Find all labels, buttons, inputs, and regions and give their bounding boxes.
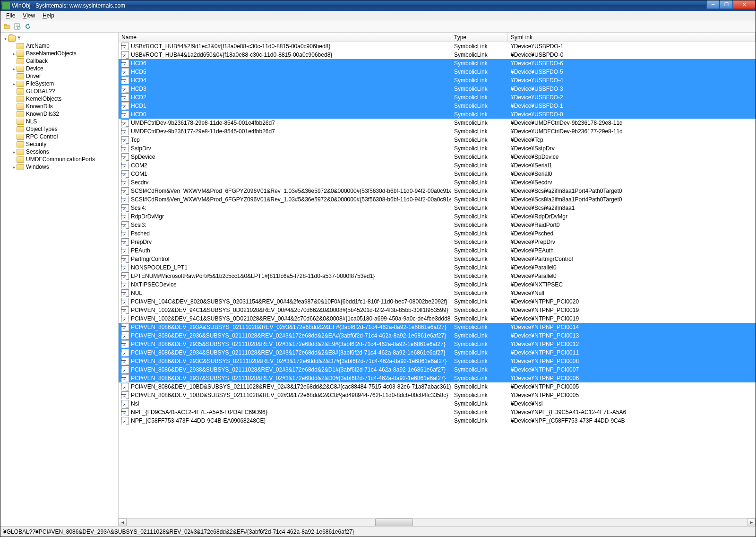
list-row[interactable]: SpDeviceSymbolicLink¥Device¥SpDevice (119, 153, 756, 161)
list-row[interactable]: NPF_{C58FF753-473F-44DD-9C4B-EA09068248C… (119, 416, 756, 425)
tree-item[interactable]: ▸Windows (0, 163, 118, 171)
list-row[interactable]: NPF_{FD9C5A41-AC12-4F7E-A5A6-F043AFC69D9… (119, 408, 756, 416)
tree-item[interactable]: ▸FileSystem (0, 80, 118, 87)
expand-icon[interactable]: ▸ (11, 81, 17, 87)
toolbar-open-icon[interactable] (2, 22, 12, 31)
tree-item[interactable]: Driver (0, 72, 118, 80)
list-row[interactable]: PCI#VEN_8086&DEV_293C&SUBSYS_02111028&RE… (119, 357, 756, 365)
list-row[interactable]: USB#ROOT_HUB#4&1a2dd650&0#{f18a0e88-c30c… (119, 51, 756, 59)
maximize-button[interactable]: ❐ (720, 0, 733, 9)
list-row[interactable]: PCI#VEN_8086&DEV_2936&SUBSYS_02111028&RE… (119, 331, 756, 340)
list-row[interactable]: PCI#VEN_8086&DEV_2934&SUBSYS_02111028&RE… (119, 348, 756, 357)
list-row[interactable]: SstpDrvSymbolicLink¥Device¥SstpDrv (119, 144, 756, 153)
scroll-right-icon[interactable]: ► (747, 519, 756, 527)
list-row[interactable]: UMDFCtrlDev-9b236177-29e8-11de-8545-001e… (119, 127, 756, 136)
list-row[interactable]: Scsi3:SymbolicLink¥Device¥RaidPort0 (119, 221, 756, 229)
list-row[interactable]: NsiSymbolicLink¥Device¥Nsi (119, 399, 756, 408)
tree-item[interactable]: Callback (0, 57, 118, 65)
list-row[interactable]: PCI#VEN_8086&DEV_10BD&SUBSYS_02111028&RE… (119, 391, 756, 399)
expand-icon[interactable]: ▸ (11, 51, 17, 56)
list-row[interactable]: NXTIPSECDeviceSymbolicLink¥Device¥NXTIPS… (119, 280, 756, 289)
row-name: Secdrv (131, 179, 148, 186)
tree-item[interactable]: KernelObjects (0, 95, 118, 103)
row-name: COM1 (131, 171, 147, 177)
list-row[interactable]: HCD4SymbolicLink¥Device¥USBFDO-4 (119, 76, 756, 85)
tree-item[interactable]: NLS (0, 118, 118, 125)
column-type[interactable]: Type (451, 33, 508, 42)
list-row[interactable]: SCSI#CdRom&Ven_WXWVM&Prod_6FGPYZ096V01&R… (119, 195, 756, 204)
tree-root[interactable]: ▾ ¥ (0, 35, 118, 42)
list-row[interactable]: PCI#VEN_1002&DEV_94C1&SUBSYS_0D021028&RE… (119, 314, 756, 323)
expand-icon[interactable]: ▸ (11, 165, 17, 170)
row-name: PCI#VEN_104C&DEV_8020&SUBSYS_02031154&RE… (131, 298, 447, 305)
list-row[interactable]: PCI#VEN_104C&DEV_8020&SUBSYS_02031154&RE… (119, 297, 756, 306)
list-row[interactable]: PCI#VEN_8086&DEV_2935&SUBSYS_02111028&RE… (119, 340, 756, 348)
menu-help[interactable]: Help (39, 11, 58, 20)
list-row[interactable]: HCD1SymbolicLink¥Device¥USBFDO-1 (119, 102, 756, 110)
horizontal-scrollbar[interactable]: ◄ ► (119, 518, 756, 526)
list-row[interactable]: HCD6SymbolicLink¥Device¥USBFDO-6 (119, 59, 756, 68)
list-row[interactable]: HCD5SymbolicLink¥Device¥USBFDO-5 (119, 68, 756, 76)
list-row[interactable]: HCD3SymbolicLink¥Device¥USBFDO-3 (119, 85, 756, 93)
list-row[interactable]: NONSPOOLED_LPT1SymbolicLink¥Device¥Paral… (119, 263, 756, 272)
tree-item-label: KnownDlls32 (26, 111, 59, 117)
list-row[interactable]: PCI#VEN_8086&DEV_2938&SUBSYS_02111028&RE… (119, 365, 756, 374)
minimize-button[interactable]: ━ (706, 0, 720, 9)
list-row[interactable]: SCSI#CdRom&Ven_WXWVM&Prod_6FGPYZ096V01&R… (119, 187, 756, 195)
scroll-left-icon[interactable]: ◄ (119, 519, 127, 527)
toolbar-refresh-icon[interactable] (23, 22, 33, 31)
titlebar[interactable]: WinObj - Sysinternals: www.sysinternals.… (0, 0, 756, 11)
menu-view[interactable]: View (19, 11, 39, 20)
list-row[interactable]: COM2SymbolicLink¥Device¥Serial1 (119, 161, 756, 170)
list-row[interactable]: COM1SymbolicLink¥Device¥Serial0 (119, 170, 756, 178)
tree-item[interactable]: ▸Device (0, 65, 118, 72)
list-row[interactable]: PrepDrvSymbolicLink¥Device¥PrepDrv (119, 238, 756, 246)
tree-item[interactable]: KnownDlls (0, 103, 118, 110)
tree-item[interactable]: ObjectTypes (0, 125, 118, 133)
collapse-icon[interactable]: ▾ (2, 36, 8, 41)
tree-item[interactable]: RPC Control (0, 133, 118, 140)
tree-item[interactable]: KnownDlls32 (0, 110, 118, 118)
list-row[interactable]: SecdrvSymbolicLink¥Device¥Secdrv (119, 178, 756, 187)
list-row[interactable]: HCD2SymbolicLink¥Device¥USBFDO-2 (119, 93, 756, 102)
list-row[interactable]: PCI#VEN_8086&DEV_2937&SUBSYS_02111028&RE… (119, 374, 756, 382)
tree-item[interactable]: ▸Sessions (0, 148, 118, 156)
tree-item[interactable]: ▸BaseNamedObjects (0, 50, 118, 57)
list-row[interactable]: PEAuthSymbolicLink¥Device¥PEAuth (119, 246, 756, 255)
expand-icon[interactable]: ▸ (11, 149, 17, 155)
tree-item[interactable]: Security (0, 140, 118, 148)
row-symlink: ¥Device¥NTPNP_PCI0014 (508, 324, 756, 330)
scroll-thumb[interactable] (375, 519, 413, 527)
list-row[interactable]: PCI#VEN_1002&DEV_94C1&SUBSYS_0D021028&RE… (119, 306, 756, 314)
list-row[interactable]: RdpDrDvMgrSymbolicLink¥Device¥RdpDrDvMgr (119, 212, 756, 221)
row-symlink: ¥Device¥Parallel0 (508, 273, 756, 279)
row-type: SymbolicLink (451, 60, 508, 67)
list-row[interactable]: HCD0SymbolicLink¥Device¥USBFDO-0 (119, 110, 756, 119)
list-row[interactable]: PCI#VEN_8086&DEV_293A&SUBSYS_02111028&RE… (119, 323, 756, 331)
close-button[interactable]: ✕ (733, 0, 756, 9)
list-row[interactable]: PartmgrControlSymbolicLink¥Device¥Partmg… (119, 255, 756, 263)
column-name[interactable]: Name (119, 33, 451, 42)
tree-item[interactable]: UMDFCommunicationPorts (0, 156, 118, 163)
list-row[interactable]: USB#ROOT_HUB#4&2f9d1ec3&0#{f18a0e88-c30c… (119, 42, 756, 51)
list-row[interactable]: UMDFCtrlDev-9b236178-29e8-11de-8545-001e… (119, 119, 756, 127)
row-name: USB#ROOT_HUB#4&2f9d1ec3&0#{f18a0e88-c30c… (131, 43, 330, 50)
list-row[interactable]: PCI#VEN_8086&DEV_10BD&SUBSYS_02111028&RE… (119, 382, 756, 391)
list-body[interactable]: USB#ROOT_HUB#4&2f9d1ec3&0#{f18a0e88-c30c… (119, 42, 756, 518)
list-row[interactable]: PschedSymbolicLink¥Device¥Psched (119, 229, 756, 238)
tree-item[interactable]: GLOBAL?? (0, 87, 118, 95)
tree-item[interactable]: ArcName (0, 42, 118, 50)
tree-panel[interactable]: ▾ ¥ ArcName▸BaseNamedObjectsCallback▸Dev… (0, 33, 119, 526)
list-row[interactable]: TcpSymbolicLink¥Device¥Tcp (119, 136, 756, 144)
toolbar-properties-icon[interactable] (13, 22, 22, 31)
shortcut-icon (121, 187, 129, 195)
shortcut-icon (121, 128, 129, 135)
menu-file[interactable]: File (2, 11, 19, 20)
column-symlink[interactable]: SymLink (508, 33, 756, 42)
expand-icon[interactable]: ▸ (11, 66, 17, 71)
list-row[interactable]: Scsi4:SymbolicLink¥Device¥Scsi¥a2ifm8aa1 (119, 204, 756, 212)
scroll-track[interactable] (127, 519, 747, 527)
list-row[interactable]: NULSymbolicLink¥Device¥Null (119, 289, 756, 297)
shortcut-icon (121, 60, 129, 67)
list-row[interactable]: LPTENUM#MicrosoftRawPort#5&1b2c5cc1&0&LP… (119, 272, 756, 280)
